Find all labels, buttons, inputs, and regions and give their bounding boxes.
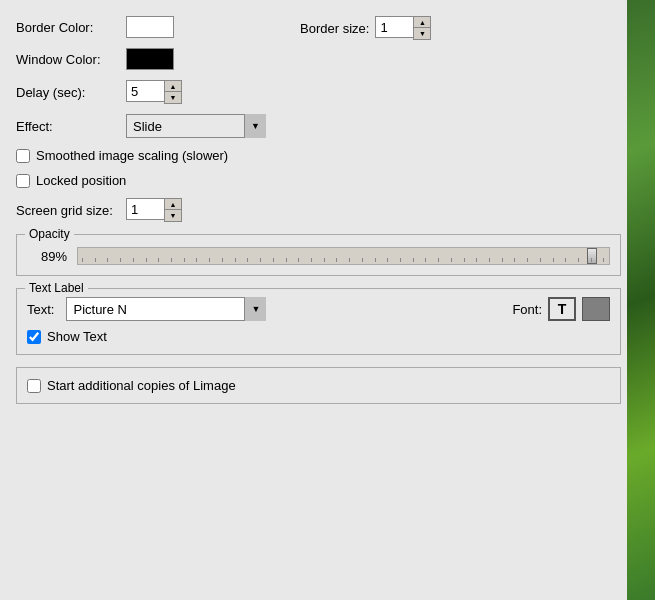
opacity-value: 89% bbox=[27, 249, 67, 264]
border-size-input[interactable] bbox=[375, 16, 413, 38]
locked-checkbox[interactable] bbox=[16, 174, 30, 188]
scrollbar[interactable]: ▲ bbox=[637, 0, 655, 600]
text-field-label: Text: bbox=[27, 302, 54, 317]
font-section: Font: T bbox=[512, 297, 610, 321]
border-size-down[interactable]: ▼ bbox=[414, 28, 430, 39]
screen-grid-down[interactable]: ▼ bbox=[165, 210, 181, 221]
delay-buttons: ▲ ▼ bbox=[164, 80, 182, 104]
screen-grid-up[interactable]: ▲ bbox=[165, 199, 181, 210]
delay-spinner: ▲ ▼ bbox=[126, 80, 182, 104]
text-row: Text: Picture N None Custom ▼ Font: T bbox=[27, 297, 610, 321]
border-color-swatch[interactable] bbox=[126, 16, 174, 38]
border-size-section: Border size: ▲ ▼ bbox=[300, 16, 431, 40]
text-select-wrap: Picture N None Custom ▼ bbox=[66, 297, 266, 321]
opacity-group: Opacity 89% bbox=[16, 234, 621, 276]
font-label: Font: bbox=[512, 302, 542, 317]
smoothed-label[interactable]: Smoothed image scaling (slower) bbox=[36, 148, 228, 163]
screen-grid-buttons: ▲ ▼ bbox=[164, 198, 182, 222]
smoothed-checkbox[interactable] bbox=[16, 149, 30, 163]
delay-label: Delay (sec): bbox=[16, 85, 126, 100]
show-text-label[interactable]: Show Text bbox=[47, 329, 107, 344]
smoothed-row: Smoothed image scaling (slower) bbox=[16, 148, 621, 163]
border-color-label: Border Color: bbox=[16, 20, 126, 35]
font-color-swatch[interactable] bbox=[582, 297, 610, 321]
effect-label: Effect: bbox=[16, 119, 126, 134]
border-size-buttons: ▲ ▼ bbox=[413, 16, 431, 40]
border-size-label: Border size: bbox=[300, 21, 369, 36]
effect-select[interactable]: Slide Fade None bbox=[126, 114, 266, 138]
delay-row: Delay (sec): ▲ ▼ bbox=[16, 80, 621, 104]
delay-down[interactable]: ▼ bbox=[165, 92, 181, 103]
border-size-spinner: ▲ ▼ bbox=[375, 16, 431, 40]
start-copies-group: Start additional copies of Limage bbox=[16, 367, 621, 404]
text-select[interactable]: Picture N None Custom bbox=[66, 297, 266, 321]
screen-grid-input[interactable] bbox=[126, 198, 164, 220]
text-label-title: Text Label bbox=[25, 281, 88, 295]
start-copies-checkbox[interactable] bbox=[27, 379, 41, 393]
scrollbar-thumb[interactable] bbox=[640, 20, 654, 80]
text-label-group: Text Label Text: Picture N None Custom ▼… bbox=[16, 288, 621, 355]
opacity-group-title: Opacity bbox=[25, 227, 74, 241]
start-copies-label[interactable]: Start additional copies of Limage bbox=[47, 378, 236, 393]
opacity-row: 89% bbox=[27, 247, 610, 265]
border-size-up[interactable]: ▲ bbox=[414, 17, 430, 28]
effect-row: Effect: Slide Fade None ▼ bbox=[16, 114, 621, 138]
locked-row: Locked position bbox=[16, 173, 621, 188]
delay-input[interactable] bbox=[126, 80, 164, 102]
scroll-up-arrow[interactable]: ▲ bbox=[640, 4, 654, 18]
window-color-row: Window Color: bbox=[16, 48, 621, 70]
show-text-checkbox[interactable] bbox=[27, 330, 41, 344]
show-text-row: Show Text bbox=[27, 329, 610, 344]
delay-up[interactable]: ▲ bbox=[165, 81, 181, 92]
start-copies-row: Start additional copies of Limage bbox=[27, 378, 610, 393]
screen-grid-spinner: ▲ ▼ bbox=[126, 198, 182, 222]
window-color-swatch[interactable] bbox=[126, 48, 174, 70]
screen-grid-label: Screen grid size: bbox=[16, 203, 126, 218]
opacity-slider-track[interactable] bbox=[77, 247, 610, 265]
screen-grid-row: Screen grid size: ▲ ▼ bbox=[16, 198, 621, 222]
locked-label[interactable]: Locked position bbox=[36, 173, 126, 188]
font-t-button[interactable]: T bbox=[548, 297, 576, 321]
effect-select-wrap: Slide Fade None ▼ bbox=[126, 114, 266, 138]
opacity-ticks bbox=[82, 258, 605, 262]
window-color-label: Window Color: bbox=[16, 52, 126, 67]
